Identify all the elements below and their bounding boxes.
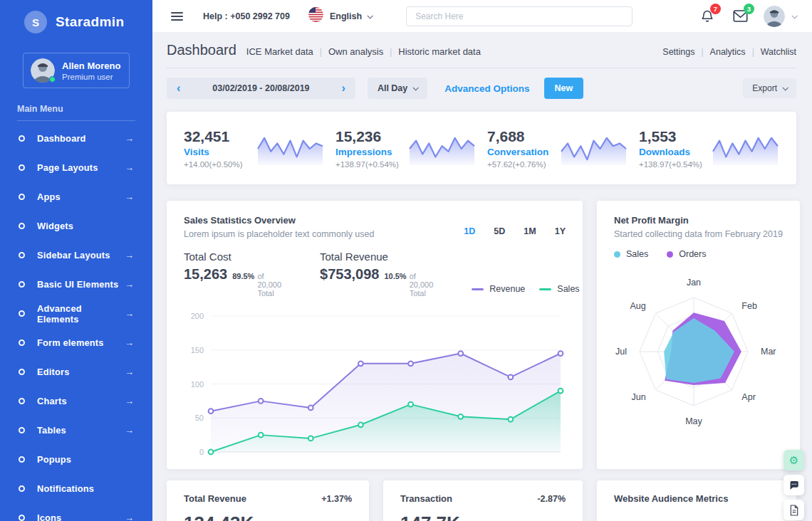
- card-value: 147.7K: [400, 512, 566, 521]
- main-area: Help : +050 2992 709 English 7 3: [152, 0, 812, 521]
- link-historic-market-data[interactable]: Historic market data: [398, 46, 481, 57]
- range-tabs: 1D 5D 1M 1Y: [464, 215, 566, 239]
- settings-fab-button[interactable]: ⚙: [784, 450, 804, 470]
- card-title: Sales Statistics Overview: [184, 215, 374, 226]
- link-ice-market-data[interactable]: ICE Market data: [246, 46, 313, 57]
- stat-value: 32,451: [184, 128, 242, 145]
- arrow-right-icon: →: [125, 250, 134, 260]
- search-input[interactable]: [406, 6, 633, 26]
- sidebar-item-sidebar-layouts[interactable]: Sidebar Layouts→: [0, 241, 152, 270]
- sidebar-item-form-elements[interactable]: Form elements→: [0, 328, 152, 357]
- link-watchlist[interactable]: Watchlist: [761, 47, 796, 57]
- legend-sales[interactable]: Sales: [539, 284, 579, 294]
- separator: |: [390, 47, 392, 57]
- link-own-analysis[interactable]: Own analysis: [328, 46, 383, 57]
- message-count-badge: 3: [744, 4, 754, 14]
- impressions-sparkline: [408, 130, 476, 167]
- sidebar-item-tables[interactable]: Tables→: [0, 416, 152, 445]
- messages-button[interactable]: 3: [733, 9, 748, 23]
- stat-label: Conversation: [487, 147, 548, 157]
- profile-role: Premium user: [62, 73, 120, 81]
- separator: |: [320, 47, 322, 57]
- new-button[interactable]: New: [544, 78, 584, 99]
- profile-card[interactable]: Allen Moreno Premium user: [23, 53, 130, 88]
- document-fab-button[interactable]: [784, 500, 804, 520]
- sidebar-item-advanced-elements[interactable]: Advanced Elements→: [0, 299, 152, 328]
- revenue-swatch: [472, 288, 484, 290]
- header-right-links: Settings|Analytics|Watchlist: [662, 47, 796, 57]
- sidebar-item-editors[interactable]: Editors→: [0, 357, 152, 386]
- circle-icon: [19, 398, 25, 404]
- circle-icon: [19, 135, 25, 142]
- export-dropdown[interactable]: Export: [743, 78, 796, 98]
- downloads-sparkline: [712, 130, 779, 167]
- arrow-right-icon: →: [125, 367, 134, 377]
- radar-legend: Sales Orders: [614, 249, 783, 259]
- website-audience-metrics-card: Website Audience Metrics: [597, 480, 796, 521]
- sidebar-item-page-layouts[interactable]: Page Layouts→: [0, 153, 152, 182]
- chevron-right-icon[interactable]: ›: [342, 83, 345, 94]
- arrow-right-icon: →: [125, 162, 134, 173]
- total-revenue-block: Total Revenue $753,098 10.5% of 20,000 T…: [320, 251, 433, 298]
- chevron-left-icon[interactable]: ‹: [177, 83, 180, 94]
- svg-text:Feb: Feb: [741, 301, 757, 311]
- orders-dot: [667, 251, 673, 258]
- sidebar-item-charts[interactable]: Charts→: [0, 386, 152, 416]
- link-settings[interactable]: Settings: [662, 47, 694, 57]
- circle-icon: [19, 456, 25, 463]
- all-day-dropdown[interactable]: All Day: [368, 78, 427, 99]
- tab-1m[interactable]: 1M: [524, 226, 536, 239]
- user-menu[interactable]: [764, 6, 796, 27]
- sidebar-item-notifications[interactable]: Notifications→: [0, 474, 152, 503]
- sidebar-item-icons[interactable]: Icons→: [0, 503, 152, 521]
- stats-card: 32,451 Visits +14.00(+0.50%) 15,236 Impr…: [167, 112, 796, 184]
- stat-value: 7,688: [487, 128, 548, 145]
- stat-conversation: 7,688 Conversation +57.62(+0.76%): [487, 128, 639, 169]
- circle-icon: [19, 194, 25, 200]
- stat-label: Impressions: [335, 147, 399, 157]
- legend-orders[interactable]: Orders: [667, 249, 706, 259]
- separator: |: [701, 47, 703, 57]
- sidebar-item-popups[interactable]: Popups→: [0, 445, 152, 474]
- advanced-options-link[interactable]: Advanced Options: [444, 83, 529, 94]
- profile-name: Allen Moreno: [62, 60, 120, 71]
- notifications-button[interactable]: 7: [700, 9, 714, 23]
- date-range-picker[interactable]: ‹ 03/02/2019 - 20/08/2019 ›: [167, 78, 355, 99]
- sidebar-item-dashboard[interactable]: Dashboard→: [0, 124, 152, 153]
- chat-icon: [788, 480, 799, 490]
- top-navbar: Help : +050 2992 709 English 7 3: [152, 0, 812, 32]
- sidebar-item-widgets[interactable]: Widgets→: [0, 211, 152, 241]
- tab-1d[interactable]: 1D: [464, 226, 475, 239]
- circle-icon: [19, 369, 25, 375]
- svg-text:Jan: Jan: [687, 278, 701, 288]
- stat-value: 15,236: [335, 128, 399, 145]
- stat-label: Downloads: [639, 147, 702, 157]
- tab-5d[interactable]: 5D: [494, 226, 505, 239]
- link-analytics[interactable]: Analytics: [710, 47, 746, 57]
- arrow-right-icon: →: [125, 337, 134, 348]
- legend-sales[interactable]: Sales: [614, 249, 648, 259]
- brand: S Staradmin: [0, 0, 152, 44]
- sales-swatch: [539, 288, 551, 290]
- delta-badge: +1.37%: [321, 494, 352, 504]
- brand-logo-icon[interactable]: S: [24, 11, 47, 33]
- separator: |: [752, 47, 754, 57]
- arrow-right-icon: →: [125, 279, 134, 290]
- circle-icon: [19, 164, 25, 171]
- us-flag-icon[interactable]: [308, 7, 323, 25]
- chat-fab-button[interactable]: [784, 475, 804, 495]
- chevron-down-icon: [782, 85, 788, 90]
- sidebar-item-apps[interactable]: Apps→: [0, 182, 152, 211]
- language-selector[interactable]: English: [330, 11, 372, 21]
- circle-icon: [19, 340, 25, 346]
- tab-1y[interactable]: 1Y: [555, 226, 566, 239]
- menu-toggle-icon[interactable]: [171, 10, 183, 23]
- stat-delta: +57.62(+0.76%): [487, 160, 548, 169]
- legend-revenue[interactable]: Revenue: [472, 284, 525, 294]
- sidebar-item-basic-ui-elements[interactable]: Basic UI Elements→: [0, 270, 152, 299]
- circle-icon: [19, 515, 25, 521]
- circle-icon: [19, 427, 25, 433]
- card-subtitle: Started collecting data from February 20…: [614, 229, 783, 239]
- card-subtitle: Lorem ipsum is placeholder text commonly…: [184, 229, 374, 239]
- toolbar: ‹ 03/02/2019 - 20/08/2019 › All Day Adva…: [167, 78, 796, 99]
